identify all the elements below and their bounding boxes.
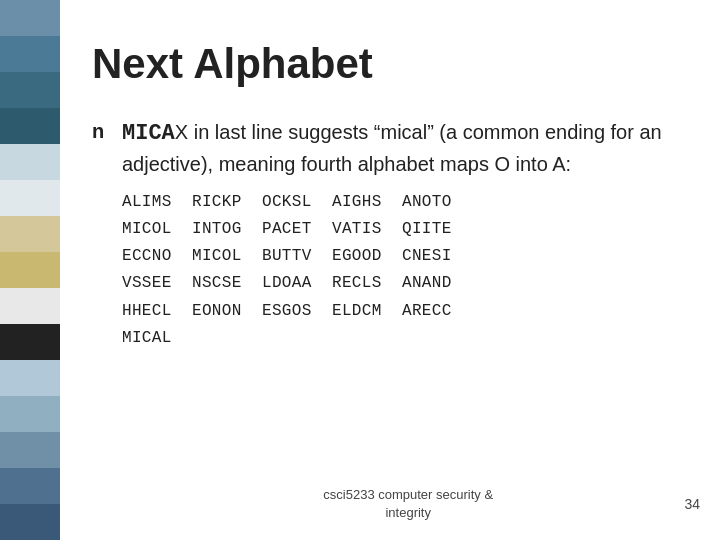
code-cell: ELDCM — [332, 298, 402, 325]
code-cell: VATIS — [332, 216, 402, 243]
sidebar-block — [0, 36, 60, 72]
bullet-label: n — [92, 120, 112, 143]
footer: csci5233 computer security & integrity 3… — [72, 486, 700, 522]
code-row-3: ECCNO MICOL BUTTV EGOOD CNESI — [122, 243, 690, 270]
sidebar-block — [0, 468, 60, 504]
code-row-4: VSSEE NSCSE LDOAA RECLS ANAND — [122, 270, 690, 297]
code-cell: EONON — [192, 298, 262, 325]
sidebar-block — [0, 432, 60, 468]
code-cell: MICOL — [122, 216, 192, 243]
code-cell: OCKSL — [262, 189, 332, 216]
footer-center: csci5233 computer security & integrity — [132, 486, 684, 522]
code-cell: BUTTV — [262, 243, 332, 270]
code-cell: HHECL — [122, 298, 192, 325]
code-cell: ALIMS — [122, 189, 192, 216]
main-content: Next Alphabet n MICAX in last line sugge… — [72, 0, 720, 540]
sidebar-block — [0, 288, 60, 324]
code-cell: AIGHS — [332, 189, 402, 216]
bullet-text: MICAX in last line suggests “mical” (a c… — [122, 118, 690, 352]
code-cell: RECLS — [332, 270, 402, 297]
code-cell: NSCSE — [192, 270, 262, 297]
code-cell: CNESI — [402, 243, 472, 270]
code-cell: VSSEE — [122, 270, 192, 297]
code-cell: ECCNO — [122, 243, 192, 270]
sidebar-block — [0, 108, 60, 144]
slide-title: Next Alphabet — [92, 40, 690, 88]
code-cell: PACET — [262, 216, 332, 243]
code-cell: RICKP — [192, 189, 262, 216]
code-cell: ARECC — [402, 298, 472, 325]
sidebar-block — [0, 144, 60, 180]
code-cell: ANOTO — [402, 189, 472, 216]
code-table: ALIMS RICKP OCKSL AIGHS ANOTO MICOL INTO… — [122, 189, 690, 352]
code-row-2: MICOL INTOG PACET VATIS QIITE — [122, 216, 690, 243]
code-cell: MICAL — [122, 325, 192, 352]
code-row-6: MICAL — [122, 325, 690, 352]
sidebar-block — [0, 324, 60, 360]
code-row-5: HHECL EONON ESGOS ELDCM ARECC — [122, 298, 690, 325]
footer-line1: csci5233 computer security & — [323, 487, 493, 502]
code-cell: EGOOD — [332, 243, 402, 270]
code-cell: MICOL — [192, 243, 262, 270]
bullet-bold-text: MICA — [122, 121, 175, 146]
sidebar-block — [0, 72, 60, 108]
code-cell: QIITE — [402, 216, 472, 243]
sidebar-block — [0, 0, 60, 36]
bullet-section: n MICAX in last line suggests “mical” (a… — [92, 118, 690, 352]
sidebar-block — [0, 216, 60, 252]
footer-line2: integrity — [385, 505, 431, 520]
sidebar-block — [0, 504, 60, 540]
code-cell: INTOG — [192, 216, 262, 243]
code-cell: LDOAA — [262, 270, 332, 297]
sidebar-block — [0, 360, 60, 396]
sidebar-block — [0, 252, 60, 288]
code-row-1: ALIMS RICKP OCKSL AIGHS ANOTO — [122, 189, 690, 216]
sidebar — [0, 0, 60, 540]
sidebar-block — [0, 180, 60, 216]
footer-page-number: 34 — [684, 496, 700, 512]
code-cell: ANAND — [402, 270, 472, 297]
sidebar-block — [0, 396, 60, 432]
bullet-normal-text: X in last line suggests “mical” (a commo… — [122, 121, 662, 175]
code-cell: ESGOS — [262, 298, 332, 325]
